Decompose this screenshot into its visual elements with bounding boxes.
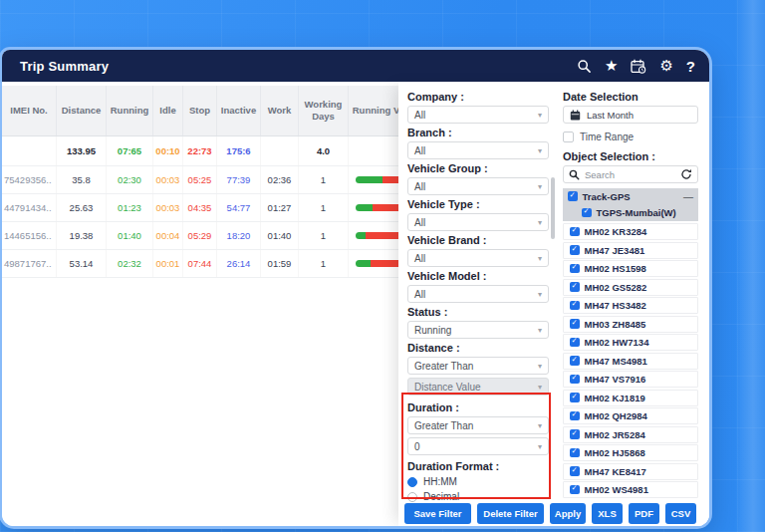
cell-inactive: 77:39 [217,166,261,193]
delete-filter-button[interactable]: Delete Filter [477,503,544,524]
totals-working-days: 4.0 [299,136,349,165]
totals-idle: 00:10 [153,136,183,165]
refresh-icon[interactable] [680,168,692,180]
cell-distance: 25.63 [57,194,107,221]
table-totals-row: 133.95 07:65 00:10 22:73 175:6 4.0 [2,136,400,166]
checkbox-checked-icon[interactable] [570,245,580,255]
date-range-picker[interactable]: Last Month [563,106,698,124]
filter-field: Branch : All ▾ [407,127,558,159]
filter-dropdown-vehicle-brand[interactable]: All ▾ [407,249,549,267]
vehicle-label: MH47 HS3482 [585,300,646,311]
vehicle-row[interactable]: MH03 ZH8485 [563,316,698,333]
vehicle-row[interactable]: MH47 JE3481 [563,242,698,259]
checkbox-checked-icon[interactable] [582,208,592,218]
vehicle-row[interactable]: MH02 HS1598 [563,260,698,277]
filter-dropdown-vehicle-group[interactable]: All ▾ [407,177,549,195]
vehicle-row[interactable]: MH02 KJ1819 [563,390,698,406]
checkbox-checked-icon[interactable] [570,338,580,348]
filter-dropdown-status[interactable]: Running ▾ [407,321,549,339]
checkbox-checked-icon[interactable] [570,466,580,476]
checkbox-checked-icon[interactable] [570,375,580,385]
time-range-toggle[interactable]: Time Range [563,131,698,143]
checkbox-checked-icon[interactable] [568,191,578,201]
filter-field: Company : All ▾ [407,91,558,124]
chevron-down-icon: ▾ [538,442,542,451]
filter-label: Vehicle Model : [407,270,558,282]
cell-running: 02:30 [107,166,153,193]
running-vs-stop-bar [356,204,400,211]
vehicle-row[interactable]: MH02 JR5284 [563,426,698,443]
collapse-icon[interactable]: — [683,191,693,202]
xls-button[interactable]: XLS [592,503,623,524]
cell-imei: 49871767.. [2,250,57,277]
distance-operator-dropdown[interactable]: Greater Than ▾ [407,357,549,375]
favorites-star-icon[interactable]: ★ [605,59,618,74]
vehicle-row[interactable]: MH02 WS4981 [563,481,698,498]
chevron-down-icon: ▾ [538,146,542,155]
checkbox-checked-icon[interactable] [570,301,580,311]
tree-group-track-gps[interactable]: Track-GPS — [563,188,698,204]
chevron-down-icon: ▾ [538,421,542,430]
duration-format-decimal[interactable]: Decimal [407,490,558,503]
save-filter-button[interactable]: Save Filter [404,503,471,524]
vehicle-row[interactable]: MH02 HW7134 [563,334,698,351]
filter-dropdown-branch[interactable]: All ▾ [407,141,549,159]
checkbox-checked-icon[interactable] [570,264,580,274]
duration-format-hhmm[interactable]: HH:MM [407,475,558,488]
cell-idle: 00:03 [153,194,183,221]
tree-subgroup-tgps-mumbai[interactable]: TGPS-Mumbai(W) [563,204,698,221]
radio-selected-icon[interactable] [407,477,417,487]
checkbox-checked-icon[interactable] [570,485,580,495]
vehicle-row[interactable]: MH02 GS5282 [563,279,698,296]
apply-button[interactable]: Apply [550,503,586,524]
report-schedule-icon[interactable] [631,59,646,74]
vehicle-row[interactable]: MH47 HS3482 [563,297,698,314]
checkbox-checked-icon[interactable] [570,356,580,366]
duration-operator-dropdown[interactable]: Greater Than ▾ [407,416,549,434]
vehicle-row[interactable]: MH02 HJ5868 [563,444,698,461]
date-value: Last Month [587,110,634,121]
calendar-icon [570,110,581,121]
checkbox-checked-icon[interactable] [570,448,580,458]
radio-unselected-icon[interactable] [407,492,417,502]
distance-value-dropdown[interactable]: Distance Value ▾ [407,378,549,396]
checkbox-checked-icon[interactable] [570,429,580,439]
cell-stop: 07:44 [183,250,217,277]
filter-dropdown-vehicle-model[interactable]: All ▾ [407,285,549,303]
table-row: 75429356.. 35.8 02:30 00:03 05:25 77:39 … [2,166,400,194]
checkbox-checked-icon[interactable] [570,393,580,402]
object-selection-column: Date Selection Last Month Time Range [563,82,698,500]
filter-scrollbar[interactable] [551,177,555,239]
checkbox-checked-icon[interactable] [570,411,580,421]
checkbox-checked-icon[interactable] [570,282,580,292]
totals-running: 07:65 [107,136,153,165]
search-icon[interactable] [577,59,592,74]
duration-value-dropdown[interactable]: 0 ▾ [407,437,549,455]
vehicle-row[interactable]: MH47 KE8417 [563,463,698,480]
filter-dropdown-vehicle-type[interactable]: All ▾ [407,213,549,231]
vehicle-row[interactable]: MH47 MS4981 [563,353,698,370]
vehicle-row[interactable]: MH47 VS7916 [563,371,698,388]
checkbox-checked-icon[interactable] [570,227,580,237]
titlebar: Trip Summary ★ ⚙ ? [2,50,709,82]
chevron-down-icon: ▾ [538,218,542,227]
table-row: 44791434.. 25.63 01:23 00:03 04:35 54:77… [2,194,400,222]
cell-working-days: 1 [299,166,349,193]
vehicle-label: MH02 QH2984 [585,410,647,421]
help-icon[interactable]: ? [686,59,695,74]
distance-filter: Distance : Greater Than ▾ Distance Value… [407,342,558,396]
filter-dropdown-company[interactable]: All ▾ [407,106,549,124]
checkbox-unchecked-icon[interactable] [563,132,574,142]
column-header: Distance [57,86,107,135]
vehicle-row[interactable]: MH02 QH2984 [563,407,698,424]
search-input[interactable] [585,169,675,180]
vehicle-label: MH02 HW7134 [585,337,649,348]
settings-gear-icon[interactable]: ⚙ [659,59,672,74]
csv-button[interactable]: CSV [665,503,696,524]
checkbox-checked-icon[interactable] [570,319,580,329]
pdf-button[interactable]: PDF [629,503,659,524]
cell-distance: 19.38 [57,222,107,249]
vehicle-label: MH02 HJ5868 [585,447,645,458]
vehicle-label: MH03 ZH8485 [585,319,646,330]
vehicle-row[interactable]: MH02 KR3284 [563,223,698,240]
